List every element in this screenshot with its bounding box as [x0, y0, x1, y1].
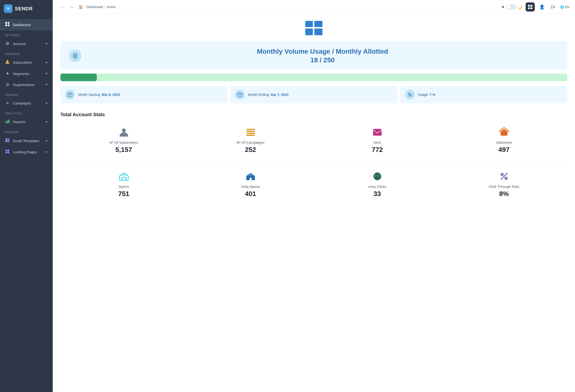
stats-title: Total Account Stats: [60, 112, 567, 117]
delivered-icon: [499, 127, 509, 138]
chevron-down-icon: ▼: [45, 61, 48, 64]
svg-rect-15: [5, 152, 7, 153]
stats-row-2: Opens 751 Uniq Opens 401: [60, 168, 567, 200]
svg-point-29: [70, 95, 71, 96]
breadcrumb: 🏠 / Dashboard / Home: [79, 5, 116, 9]
svg-rect-25: [68, 93, 72, 97]
svg-line-37: [408, 93, 412, 96]
user-button[interactable]: 👤: [538, 3, 546, 11]
sidebar-item-account[interactable]: ⚙ Account ▼: [0, 38, 53, 49]
svg-rect-13: [5, 149, 7, 151]
sidebar-nav: Dashboard SETTINGS ⚙ Account ▼ AUDIENCE …: [0, 17, 53, 392]
svg-rect-14: [8, 149, 9, 151]
svg-rect-10: [5, 140, 7, 142]
sidebar-item-reports[interactable]: Reports ▼: [0, 116, 53, 127]
svg-rect-39: [246, 129, 255, 130]
grid-view-button[interactable]: [526, 2, 535, 11]
language-selector[interactable]: 🌐 EN: [560, 5, 569, 9]
calendar-end-icon: [235, 90, 245, 99]
sidebar-item-dashboard[interactable]: Dashboard: [0, 19, 53, 30]
sent-icon: [372, 127, 383, 138]
svg-rect-40: [246, 131, 255, 132]
sidebar-item-suppressions-label: Suppressions: [13, 83, 35, 87]
opens-icon: [119, 171, 129, 182]
campaigns-icon: [245, 127, 256, 138]
stat-delivered-label: Delivered: [443, 140, 565, 145]
svg-point-4: [6, 60, 8, 62]
stat-uniq-opens-value: 401: [189, 190, 312, 198]
svg-rect-41: [246, 133, 255, 134]
stat-uniq-clicks-value: 33: [316, 190, 439, 198]
stat-uniq-opens: Uniq Opens 401: [187, 168, 314, 200]
svg-point-38: [122, 128, 126, 132]
svg-rect-6: [7, 121, 7, 123]
sidebar-item-landing-pages[interactable]: Landing Pages ▼: [0, 147, 53, 158]
chevron-down-icon: ▼: [45, 72, 48, 75]
sidebar-item-segments[interactable]: ✦ Segments ▼: [0, 68, 53, 79]
breadcrumb-home: Home: [107, 5, 116, 9]
ban-icon: ⊘: [5, 82, 10, 87]
stat-campaigns-value: 252: [189, 146, 312, 154]
chart-icon: [5, 119, 10, 124]
person-icon: [5, 60, 10, 65]
usage-text: Monthly Volume Usage / Monthly Allotted …: [86, 48, 559, 64]
svg-rect-18: [314, 21, 322, 27]
percent-icon: [405, 90, 415, 99]
home-icon: 🏠: [79, 5, 83, 9]
uniq-opens-icon: [245, 171, 256, 182]
sidebar-item-subscribers[interactable]: Subscribers ▼: [0, 57, 53, 68]
sidebar-item-subscribers-label: Subscribers: [13, 60, 32, 64]
stat-sent: Sent 772: [314, 124, 441, 156]
stat-subscribers-label: Nº Of Subscribers: [62, 140, 185, 145]
sidebar-item-segments-label: Segments: [13, 72, 29, 76]
sun-icon: ☀: [501, 5, 504, 9]
stat-sent-label: Sent: [316, 140, 439, 145]
list-icon: ≡: [5, 101, 10, 106]
back-button[interactable]: ←: [69, 3, 76, 11]
svg-point-36: [410, 95, 412, 96]
calendar-start-icon: [65, 90, 75, 99]
sidebar-item-email-templates[interactable]: Email Templates ▼: [0, 135, 53, 147]
sidebar: ✉ SENDR Dashboard SETTINGS ⚙ Account ▼ A…: [0, 0, 53, 392]
sidebar-item-reports-label: Reports: [13, 120, 26, 124]
stat-delivered-value: 497: [443, 146, 565, 154]
svg-rect-16: [8, 152, 9, 153]
usage-pct-text: Usage: 7 %: [418, 93, 435, 97]
stat-ctr-label: Click Through Rate: [443, 185, 565, 189]
logout-button[interactable]: [549, 3, 557, 11]
svg-rect-11: [8, 140, 9, 141]
svg-rect-8: [9, 119, 10, 123]
stat-uniq-opens-label: Uniq Opens: [189, 185, 312, 189]
subscribers-icon: [119, 127, 129, 138]
dashboard-icon-wrap: [60, 21, 567, 35]
svg-point-35: [408, 93, 410, 94]
sidebar-item-campaigns[interactable]: ≡ Campaigns ▼: [0, 98, 53, 109]
chevron-down-icon: ▼: [45, 139, 48, 143]
month-ending-text: Month Ending: Apr 7, 2023: [248, 93, 288, 97]
svg-rect-24: [74, 57, 75, 57]
section-sending: SENDING: [0, 90, 53, 98]
app-name: SENDR: [15, 6, 33, 11]
section-content: CONTENT: [0, 127, 53, 135]
theme-toggle-switch[interactable]: [506, 4, 516, 10]
sidebar-item-suppressions[interactable]: ⊘ Suppressions ▼: [0, 79, 53, 90]
stat-delivered: Delivered 497: [441, 124, 567, 156]
section-audience: AUDIENCE: [0, 49, 53, 57]
svg-point-49: [376, 176, 378, 178]
stats-row-1: Nº Of Subscribers 5,157 Nº Of Campaigns …: [60, 124, 567, 162]
sidebar-item-account-label: Account: [13, 42, 26, 46]
svg-rect-1: [8, 22, 9, 24]
more-options-button[interactable]: ⋯: [58, 3, 66, 11]
svg-rect-42: [246, 135, 255, 136]
svg-rect-9: [5, 138, 9, 139]
sidebar-item-landing-pages-label: Landing Pages: [13, 150, 37, 154]
stat-subscribers-value: 5,157: [62, 146, 185, 154]
template-icon: [5, 138, 10, 144]
stats-section: Total Account Stats Nº Of Subscribers 5,…: [60, 112, 567, 200]
chevron-down-icon: ▼: [45, 120, 48, 124]
main-area: ⋯ ← 🏠 / Dashboard / Home ☀ 🌙 👤: [53, 0, 575, 392]
svg-rect-7: [8, 120, 9, 123]
app-logo[interactable]: ✉ SENDR: [0, 0, 53, 17]
svg-rect-5: [5, 122, 6, 123]
chevron-down-icon: ▼: [45, 42, 48, 45]
